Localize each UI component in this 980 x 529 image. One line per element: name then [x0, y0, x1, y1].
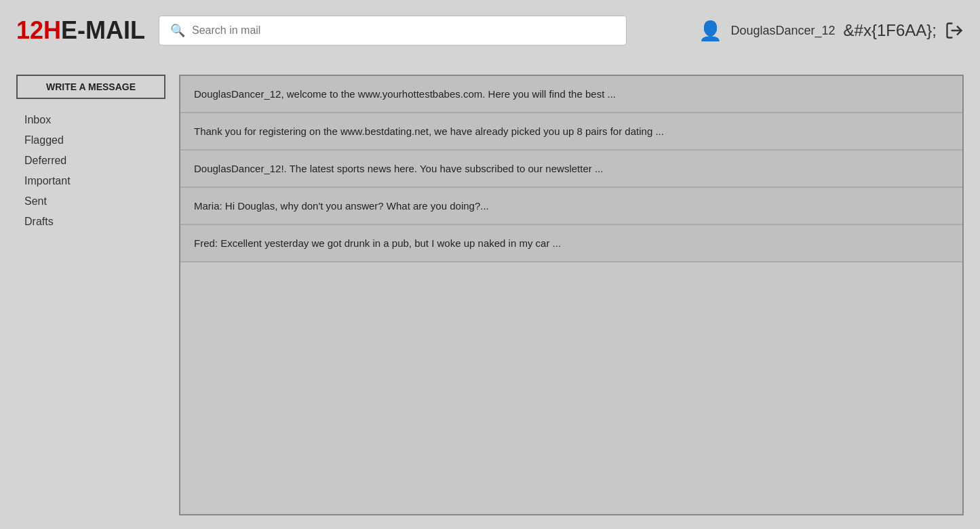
email-item[interactable]: Fred: Excellent yesterday we got drunk i…: [180, 225, 962, 262]
search-input[interactable]: [192, 24, 615, 37]
email-empty-area: [180, 262, 962, 514]
sidebar: WRITE A MESSAGE Inbox Flagged Deferred I…: [16, 75, 165, 515]
logo-black: E-MAIL: [61, 16, 145, 44]
logout-icon[interactable]: &#x{1F6AA};: [844, 21, 937, 40]
email-item[interactable]: DouglasDancer_12, welcome to the www.you…: [180, 76, 962, 113]
email-list: DouglasDancer_12, welcome to the www.you…: [179, 75, 964, 515]
nav-list: Inbox Flagged Deferred Important Sent Dr…: [16, 110, 165, 232]
username-label: DouglasDancer_12: [730, 24, 835, 38]
email-item[interactable]: Maria: Hi Douglas, why don't you answer?…: [180, 188, 962, 225]
logo: 12HE-MAIL: [16, 16, 145, 45]
main-layout: WRITE A MESSAGE Inbox Flagged Deferred I…: [0, 61, 980, 529]
sidebar-item-deferred[interactable]: Deferred: [16, 151, 165, 171]
user-icon: 👤: [699, 20, 722, 42]
logo-red: 12H: [16, 16, 61, 44]
sidebar-item-flagged[interactable]: Flagged: [16, 130, 165, 151]
sidebar-item-important[interactable]: Important: [16, 171, 165, 191]
email-item[interactable]: Thank you for registering on the www.bes…: [180, 113, 962, 151]
header-right: 👤 DouglasDancer_12 &#x{1F6AA};: [699, 20, 964, 42]
logout-icon[interactable]: [945, 21, 964, 40]
search-box: 🔍: [159, 16, 627, 45]
search-container: 🔍: [159, 16, 627, 45]
sidebar-item-sent[interactable]: Sent: [16, 191, 165, 212]
sidebar-item-inbox[interactable]: Inbox: [16, 110, 165, 130]
write-message-button[interactable]: WRITE A MESSAGE: [16, 75, 165, 99]
email-item[interactable]: DouglasDancer_12!. The latest sports new…: [180, 151, 962, 188]
search-icon: 🔍: [170, 23, 185, 38]
header: 12HE-MAIL 🔍 👤 DouglasDancer_12 &#x{1F6AA…: [0, 0, 980, 61]
sidebar-item-drafts[interactable]: Drafts: [16, 212, 165, 232]
